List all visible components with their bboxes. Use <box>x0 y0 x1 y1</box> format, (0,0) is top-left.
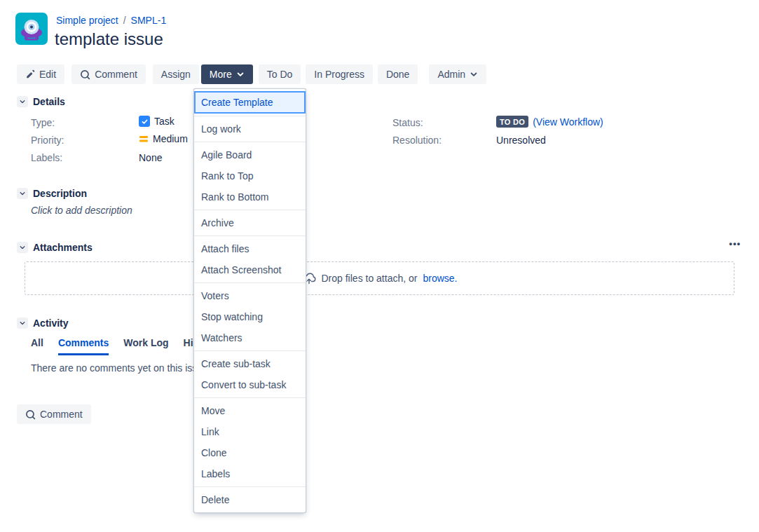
type-value-text: Task <box>154 116 175 127</box>
resolution-value-text: Unresolved <box>496 135 546 146</box>
transition-done-button[interactable]: Done <box>378 64 418 84</box>
assign-button[interactable]: Assign <box>153 64 199 84</box>
menu-group: Log work <box>194 116 306 142</box>
chevron-down-icon <box>236 70 245 79</box>
done-button-label: Done <box>386 69 409 80</box>
activity-section-header[interactable]: Activity <box>17 318 69 329</box>
menu-item-create-sub-task[interactable]: Create sub-task <box>194 353 306 374</box>
admin-button[interactable]: Admin <box>429 64 486 84</box>
status-label: Status: <box>392 117 423 128</box>
menu-item-agile-board[interactable]: Agile Board <box>194 144 306 165</box>
menu-group: Create sub-task Convert to sub-task <box>194 351 306 398</box>
transition-todo-button[interactable]: To Do <box>259 64 301 84</box>
attachments-section-header[interactable]: Attachments <box>17 242 93 253</box>
more-button[interactable]: More <box>201 64 253 84</box>
no-comments-message: There are no comments yet on this issue. <box>31 362 211 374</box>
project-avatar[interactable] <box>15 13 48 45</box>
tab-work-log[interactable]: Work Log <box>123 337 168 355</box>
resolution-label: Resolution: <box>392 135 442 146</box>
menu-group: Attach files Attach Screenshot <box>194 236 306 283</box>
jira-issue-page: Simple project / SMPL-1 template issue E… <box>0 0 759 532</box>
menu-item-move[interactable]: Move <box>194 400 306 421</box>
menu-item-rank-to-bottom[interactable]: Rank to Bottom <box>194 186 306 207</box>
edit-button[interactable]: Edit <box>17 64 64 84</box>
tab-comments[interactable]: Comments <box>58 337 109 355</box>
breadcrumb-issue-key-link[interactable]: SMPL-1 <box>131 15 167 26</box>
breadcrumb-project-link[interactable]: Simple project <box>56 15 118 26</box>
menu-item-delete[interactable]: Delete <box>194 489 306 510</box>
menu-item-create-template[interactable]: Create Template <box>194 91 306 114</box>
add-comment-button[interactable]: Comment <box>17 404 91 424</box>
details-section-header[interactable]: Details <box>17 96 65 107</box>
transition-in-progress-button[interactable]: In Progress <box>306 64 373 84</box>
status-badge: TO DO <box>496 116 528 128</box>
priority-label: Priority: <box>31 135 64 146</box>
edit-button-label: Edit <box>39 69 56 80</box>
pencil-icon <box>25 69 35 79</box>
menu-group: Agile Board Rank to Top Rank to Bottom <box>194 142 306 210</box>
menu-item-link[interactable]: Link <box>194 421 306 442</box>
menu-item-log-work[interactable]: Log work <box>194 118 306 139</box>
menu-group: Delete <box>194 487 306 512</box>
admin-button-label: Admin <box>437 69 465 80</box>
activity-tabs: All Comments Work Log History <box>31 337 217 355</box>
menu-item-stop-watching[interactable]: Stop watching <box>194 306 306 327</box>
tab-all[interactable]: All <box>31 337 43 355</box>
menu-item-clone[interactable]: Clone <box>194 442 306 463</box>
project-avatar-icon <box>15 13 48 45</box>
chevron-down-icon <box>470 70 478 79</box>
more-dropdown-menu: Create Template Log work Agile Board Ran… <box>193 88 306 513</box>
activity-heading: Activity <box>33 318 69 329</box>
menu-item-voters[interactable]: Voters <box>194 285 306 306</box>
more-button-label: More <box>210 69 232 80</box>
collapse-chevron-icon[interactable] <box>17 242 28 253</box>
menu-group: Voters Stop watching Watchers <box>194 283 306 351</box>
todo-button-label: To Do <box>267 69 293 80</box>
toolbar: Edit Comment Assign More To Do In Progre… <box>17 64 486 84</box>
browse-link[interactable]: browse. <box>423 273 457 284</box>
attachments-more-options-icon[interactable]: ••• <box>729 238 741 249</box>
in-progress-button-label: In Progress <box>314 69 364 80</box>
menu-item-attach-screenshot[interactable]: Attach Screenshot <box>194 259 306 280</box>
page-title: template issue <box>55 29 163 49</box>
labels-value-text: None <box>139 152 162 163</box>
attachments-heading: Attachments <box>33 242 93 253</box>
details-heading: Details <box>33 96 65 107</box>
menu-group: Create Template <box>194 89 306 116</box>
menu-item-rank-to-top[interactable]: Rank to Top <box>194 165 306 186</box>
description-heading: Description <box>33 188 87 199</box>
menu-item-watchers[interactable]: Watchers <box>194 327 306 348</box>
menu-item-attach-files[interactable]: Attach files <box>194 238 306 259</box>
view-workflow-link[interactable]: (View Workflow) <box>533 116 603 128</box>
type-label: Type: <box>31 117 55 128</box>
priority-value: Medium <box>139 133 188 144</box>
menu-group: Move Link Clone Labels <box>194 398 306 487</box>
comment-button-label: Comment <box>95 69 137 80</box>
description-section-header[interactable]: Description <box>17 188 87 199</box>
collapse-chevron-icon[interactable] <box>17 318 28 329</box>
assign-button-label: Assign <box>161 69 191 80</box>
priority-value-text: Medium <box>153 133 188 144</box>
breadcrumb-separator: / <box>123 15 126 26</box>
add-comment-button-label: Comment <box>40 409 83 420</box>
labels-label: Labels: <box>31 152 62 163</box>
comment-bubble-icon <box>25 409 36 420</box>
menu-item-archive[interactable]: Archive <box>194 212 306 233</box>
collapse-chevron-icon[interactable] <box>17 188 28 199</box>
attachments-dropzone[interactable]: Drop files to attach, or browse. <box>25 261 734 295</box>
dropzone-text: Drop files to attach, or <box>322 273 418 284</box>
priority-medium-icon <box>139 135 149 143</box>
menu-item-labels[interactable]: Labels <box>194 463 306 484</box>
collapse-chevron-icon[interactable] <box>17 96 28 107</box>
resolution-value: Unresolved <box>496 135 546 146</box>
labels-value: None <box>139 152 162 163</box>
breadcrumb: Simple project / SMPL-1 <box>56 15 166 26</box>
comment-bubble-icon <box>80 69 90 80</box>
description-placeholder[interactable]: Click to add description <box>31 205 132 216</box>
type-value: Task <box>139 116 175 127</box>
menu-group: Archive <box>194 210 306 236</box>
comment-button[interactable]: Comment <box>71 64 146 84</box>
status-value: TO DO (View Workflow) <box>496 116 603 128</box>
menu-item-convert-to-sub-task[interactable]: Convert to sub-task <box>194 374 306 395</box>
task-type-icon <box>139 116 150 127</box>
